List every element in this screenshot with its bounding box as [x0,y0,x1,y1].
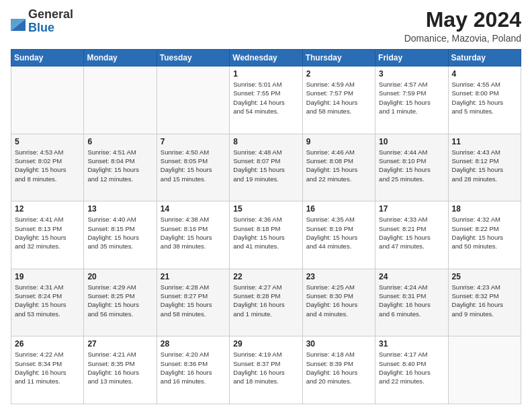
title-block: May 2024 Domanice, Mazovia, Poland [404,8,521,44]
day-number: 6 [87,137,152,146]
calendar-day-cell: 31Sunrise: 4:17 AM Sunset: 8:40 PM Dayli… [375,336,448,404]
day-info: Sunrise: 4:35 AM Sunset: 8:19 PM Dayligh… [306,215,371,250]
day-number: 19 [15,272,80,281]
calendar-day-cell: 6Sunrise: 4:51 AM Sunset: 8:04 PM Daylig… [84,134,157,201]
month-title: May 2024 [404,8,521,32]
day-number: 27 [87,339,152,349]
day-number: 9 [306,137,371,146]
calendar-day-cell: 20Sunrise: 4:29 AM Sunset: 8:25 PM Dayli… [84,269,157,336]
calendar-day-cell: 9Sunrise: 4:46 AM Sunset: 8:08 PM Daylig… [302,134,375,201]
day-number: 24 [379,272,444,281]
calendar-header-row: SundayMondayTuesdayWednesdayThursdayFrid… [11,50,521,66]
day-info: Sunrise: 4:24 AM Sunset: 8:31 PM Dayligh… [379,283,444,318]
day-info: Sunrise: 5:01 AM Sunset: 7:55 PM Dayligh… [233,80,298,116]
calendar-week-row: 26Sunrise: 4:22 AM Sunset: 8:34 PM Dayli… [11,336,521,404]
day-number: 26 [15,339,80,349]
calendar-day-header: Sunday [11,50,84,66]
calendar-day-cell: 30Sunrise: 4:18 AM Sunset: 8:39 PM Dayli… [302,336,375,404]
calendar-day-header: Friday [375,50,448,66]
calendar-day-cell [11,66,84,134]
day-number: 1 [233,69,298,79]
calendar-day-header: Thursday [302,50,375,66]
day-number: 22 [233,272,298,281]
calendar-day-cell: 11Sunrise: 4:43 AM Sunset: 8:12 PM Dayli… [448,134,521,201]
day-info: Sunrise: 4:36 AM Sunset: 8:18 PM Dayligh… [233,215,298,250]
day-number: 20 [87,272,152,281]
calendar-day-cell: 7Sunrise: 4:50 AM Sunset: 8:05 PM Daylig… [157,134,229,201]
calendar-day-cell: 14Sunrise: 4:38 AM Sunset: 8:16 PM Dayli… [157,201,229,269]
day-number: 29 [233,339,298,349]
day-info: Sunrise: 4:17 AM Sunset: 8:40 PM Dayligh… [379,350,444,385]
day-info: Sunrise: 4:57 AM Sunset: 7:59 PM Dayligh… [379,80,444,116]
day-info: Sunrise: 4:48 AM Sunset: 8:07 PM Dayligh… [233,148,298,183]
day-info: Sunrise: 4:20 AM Sunset: 8:36 PM Dayligh… [161,350,226,385]
day-info: Sunrise: 4:44 AM Sunset: 8:10 PM Dayligh… [379,148,444,183]
calendar-day-cell: 15Sunrise: 4:36 AM Sunset: 8:18 PM Dayli… [230,201,302,269]
calendar-day-cell: 24Sunrise: 4:24 AM Sunset: 8:31 PM Dayli… [375,269,448,336]
calendar-day-cell: 16Sunrise: 4:35 AM Sunset: 8:19 PM Dayli… [302,201,375,269]
day-info: Sunrise: 4:51 AM Sunset: 8:04 PM Dayligh… [87,148,152,183]
day-number: 11 [452,137,517,146]
calendar-table: SundayMondayTuesdayWednesdayThursdayFrid… [11,49,521,404]
logo-general-text: General [28,7,73,21]
logo-blue-text: Blue [28,21,54,34]
calendar-day-header: Monday [84,50,157,66]
calendar-day-cell: 17Sunrise: 4:33 AM Sunset: 8:21 PM Dayli… [375,201,448,269]
day-number: 18 [452,204,517,214]
calendar-day-cell: 22Sunrise: 4:27 AM Sunset: 8:28 PM Dayli… [230,269,302,336]
day-info: Sunrise: 4:29 AM Sunset: 8:25 PM Dayligh… [87,283,152,318]
calendar-day-cell: 3Sunrise: 4:57 AM Sunset: 7:59 PM Daylig… [375,66,448,134]
calendar-day-cell: 19Sunrise: 4:31 AM Sunset: 8:24 PM Dayli… [11,269,84,336]
day-info: Sunrise: 4:23 AM Sunset: 8:32 PM Dayligh… [452,283,517,318]
header: General Blue May 2024 Domanice, Mazovia,… [11,8,521,44]
calendar-day-cell: 27Sunrise: 4:21 AM Sunset: 8:35 PM Dayli… [84,336,157,404]
day-number: 8 [233,137,298,146]
day-info: Sunrise: 4:33 AM Sunset: 8:21 PM Dayligh… [379,215,444,250]
calendar-day-cell: 8Sunrise: 4:48 AM Sunset: 8:07 PM Daylig… [230,134,302,201]
day-number: 30 [306,339,371,349]
calendar-week-row: 5Sunrise: 4:53 AM Sunset: 8:02 PM Daylig… [11,134,521,201]
day-number: 3 [379,69,444,79]
calendar-day-cell: 5Sunrise: 4:53 AM Sunset: 8:02 PM Daylig… [11,134,84,201]
day-info: Sunrise: 4:18 AM Sunset: 8:39 PM Dayligh… [306,350,371,385]
day-number: 21 [161,272,226,281]
calendar-day-cell: 29Sunrise: 4:19 AM Sunset: 8:37 PM Dayli… [230,336,302,404]
day-info: Sunrise: 4:22 AM Sunset: 8:34 PM Dayligh… [15,350,80,385]
calendar-day-cell: 12Sunrise: 4:41 AM Sunset: 8:13 PM Dayli… [11,201,84,269]
day-number: 5 [15,137,80,146]
calendar-week-row: 12Sunrise: 4:41 AM Sunset: 8:13 PM Dayli… [11,201,521,269]
page: General Blue May 2024 Domanice, Mazovia,… [0,0,532,411]
day-number: 12 [15,204,80,214]
day-info: Sunrise: 4:46 AM Sunset: 8:08 PM Dayligh… [306,148,371,183]
day-number: 15 [233,204,298,214]
day-number: 7 [161,137,226,146]
calendar-day-cell: 26Sunrise: 4:22 AM Sunset: 8:34 PM Dayli… [11,336,84,404]
day-number: 2 [306,69,371,79]
day-number: 13 [87,204,152,214]
day-number: 25 [452,272,517,281]
calendar-day-cell: 18Sunrise: 4:32 AM Sunset: 8:22 PM Dayli… [448,201,521,269]
day-number: 16 [306,204,371,214]
day-info: Sunrise: 4:32 AM Sunset: 8:22 PM Dayligh… [452,215,517,250]
day-info: Sunrise: 4:43 AM Sunset: 8:12 PM Dayligh… [452,148,517,183]
calendar-week-row: 19Sunrise: 4:31 AM Sunset: 8:24 PM Dayli… [11,269,521,336]
day-info: Sunrise: 4:31 AM Sunset: 8:24 PM Dayligh… [15,283,80,318]
calendar-day-cell [157,66,229,134]
day-number: 28 [161,339,226,349]
day-info: Sunrise: 4:28 AM Sunset: 8:27 PM Dayligh… [161,283,226,318]
day-info: Sunrise: 4:27 AM Sunset: 8:28 PM Dayligh… [233,283,298,318]
calendar-day-cell: 4Sunrise: 4:55 AM Sunset: 8:00 PM Daylig… [448,66,521,134]
calendar-day-cell: 10Sunrise: 4:44 AM Sunset: 8:10 PM Dayli… [375,134,448,201]
day-info: Sunrise: 4:55 AM Sunset: 8:00 PM Dayligh… [452,80,517,116]
calendar-day-cell: 28Sunrise: 4:20 AM Sunset: 8:36 PM Dayli… [157,336,229,404]
day-info: Sunrise: 4:50 AM Sunset: 8:05 PM Dayligh… [161,148,226,183]
day-info: Sunrise: 4:25 AM Sunset: 8:30 PM Dayligh… [306,283,371,318]
calendar-day-cell: 23Sunrise: 4:25 AM Sunset: 8:30 PM Dayli… [302,269,375,336]
day-info: Sunrise: 4:41 AM Sunset: 8:13 PM Dayligh… [15,215,80,250]
calendar-day-cell: 25Sunrise: 4:23 AM Sunset: 8:32 PM Dayli… [448,269,521,336]
day-info: Sunrise: 4:40 AM Sunset: 8:15 PM Dayligh… [87,215,152,250]
logo: General Blue [11,8,73,35]
calendar-day-header: Saturday [448,50,521,66]
day-number: 31 [379,339,444,349]
calendar-day-cell: 21Sunrise: 4:28 AM Sunset: 8:27 PM Dayli… [157,269,229,336]
